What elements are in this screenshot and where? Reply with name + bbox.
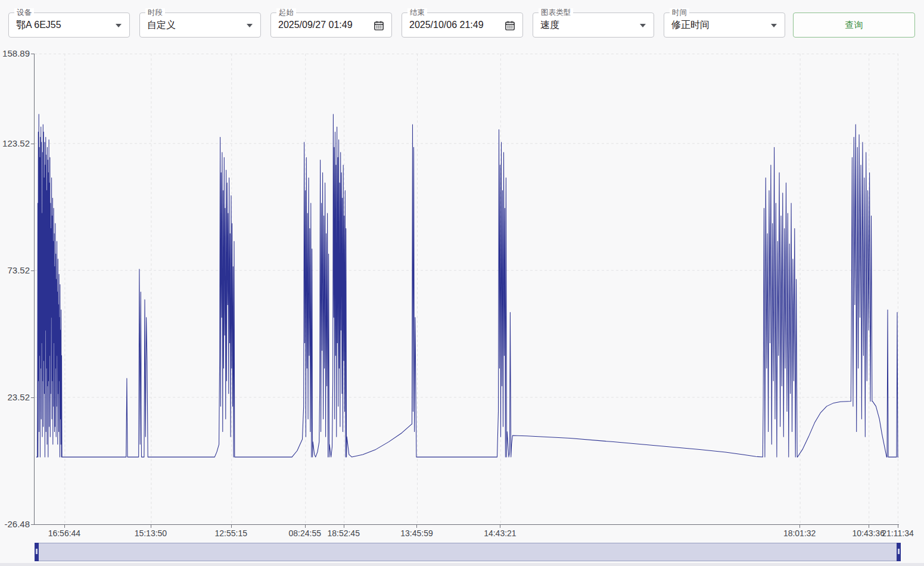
y-axis-label: 123.52 [0,138,30,149]
x-axis-tick [344,525,344,528]
start-datetime-label: 起始 [276,8,296,17]
x-axis-tick [869,525,869,528]
calendar-icon[interactable] [373,20,385,32]
x-axis-label: 12:55:15 [214,528,247,538]
x-axis-tick [64,525,65,528]
query-button[interactable]: 查询 [793,13,915,38]
chart-plot-area [35,54,898,524]
period-select[interactable]: 时段 自定义 [139,13,261,38]
time-mode-select-value: 修正时间 [664,13,785,37]
x-axis-tick [500,525,500,528]
x-axis-line [34,524,899,525]
y-axis-label: 158.89 [0,48,30,59]
x-axis-label: 14:43:21 [484,528,517,538]
datazoom-slider[interactable] [35,543,901,561]
horizontal-scrollbar[interactable] [0,563,924,566]
end-datetime-field[interactable]: 结束 2025/10/06 21:49 [402,13,523,38]
speed-line-svg [35,54,898,524]
y-axis-label: 23.52 [0,392,30,403]
x-axis-label: 18:01:32 [783,528,816,538]
y-axis-tick [31,54,34,54]
x-axis-label: 21:11:34 [882,528,913,538]
y-axis-tick [31,397,34,398]
chart-type-select-value: 速度 [533,13,654,37]
x-axis-tick [151,525,151,528]
chevron-down-icon [771,24,777,27]
y-axis-tick [31,524,34,525]
x-axis-tick [799,525,800,528]
device-select[interactable]: 设备 鄂A 6EJ55 [8,13,130,38]
y-axis-tick [31,270,34,271]
time-mode-select[interactable]: 时间 修正时间 [664,13,785,38]
x-axis-tick [305,525,306,528]
chevron-down-icon [640,24,646,27]
x-axis-label: 13:45:59 [400,528,433,538]
end-datetime-label: 结束 [407,8,427,17]
x-axis-label: 15:13:50 [135,528,167,538]
chevron-down-icon [116,24,122,27]
datazoom-right-handle-icon[interactable] [897,543,901,561]
x-axis-tick [416,525,417,528]
y-axis-label: -26.48 [0,519,30,530]
chart-type-select-label: 图表类型 [539,8,573,17]
device-select-label: 设备 [14,8,34,17]
calendar-icon[interactable] [504,20,516,32]
chart-type-select[interactable]: 图表类型 速度 [533,13,654,38]
y-axis-label: 73.52 [0,265,30,276]
datazoom-left-handle-icon[interactable] [35,543,39,561]
period-select-value: 自定义 [140,13,260,37]
x-axis-tick [231,525,232,528]
start-datetime-field[interactable]: 起始 2025/09/27 01:49 [270,13,392,38]
x-axis-label: 16:56:44 [48,528,81,538]
period-select-label: 时段 [145,8,165,17]
device-select-value: 鄂A 6EJ55 [9,13,129,37]
y-axis-tick [31,144,34,144]
x-axis-label: 18:52:45 [327,528,360,538]
vehicle-speed-dashboard: 设备 鄂A 6EJ55 时段 自定义 起始 2025/09/27 01:49 [0,0,924,566]
time-mode-select-label: 时间 [670,8,689,17]
chevron-down-icon [247,24,253,27]
x-axis-tick [898,525,898,528]
x-axis-label: 08:24:55 [288,528,321,538]
x-axis-label: 10:43:36 [852,528,885,538]
